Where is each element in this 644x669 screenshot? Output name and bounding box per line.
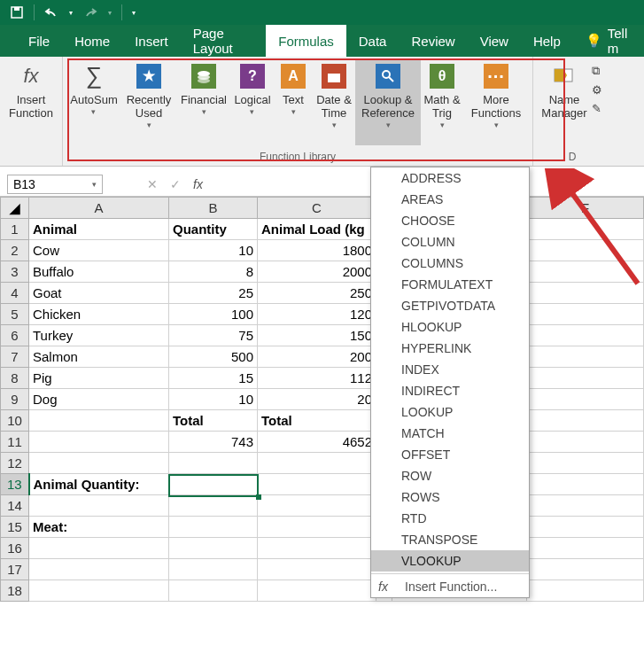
menu-item-indirect[interactable]: INDIRECT [371,380,529,401]
lookup-reference-button[interactable]: Lookup & Reference▾ [355,58,421,145]
calendar-icon [320,62,348,90]
ribbon: fx Insert Function ∑ AutoSum▾ ★ Recently… [0,57,644,167]
tab-file[interactable]: File [16,25,62,57]
text-button[interactable]: A Text▾ [274,58,313,145]
menu-item-column[interactable]: COLUMN [371,231,529,253]
menu-item-hlookup[interactable]: HLOOKUP [371,316,529,338]
menu-item-columns[interactable]: COLUMNS [371,253,529,274]
theta-icon: θ [428,62,456,90]
formula-bar: B13▾ ✕ ✓ fx [0,172,644,197]
select-all-corner[interactable]: ◢ [1,198,29,219]
more-functions-button[interactable]: ··· More Functions▾ [463,58,529,145]
undo-icon[interactable] [42,3,61,22]
tab-home[interactable]: Home [62,25,122,57]
menu-item-rtd[interactable]: RTD [371,508,529,529]
insert-function-button[interactable]: fx Insert Function [4,58,58,145]
fx-icon[interactable]: fx [193,177,203,191]
quick-access-toolbar: ▾ ▾ ▾ [0,0,644,25]
col-header[interactable]: B [169,198,258,219]
sigma-icon: ∑ [80,62,108,90]
col-header[interactable]: F [527,198,644,219]
name-manager-button[interactable]: Name Manager [537,58,592,145]
lookup-reference-menu: ADDRESSAREASCHOOSECOLUMNCOLUMNSFORMULATE… [370,167,530,598]
enter-icon[interactable]: ✓ [170,177,181,191]
col-header[interactable]: C [258,198,376,219]
star-icon: ★ [135,62,163,90]
menu-item-offset[interactable]: OFFSET [371,444,529,465]
question-icon: ? [238,62,267,90]
menu-item-index[interactable]: INDEX [371,359,529,380]
col-header[interactable]: A [29,198,169,219]
autosum-button[interactable]: ∑ AutoSum▾ [66,58,121,145]
menu-item-lookup[interactable]: LOOKUP [371,401,529,423]
menu-item-hyperlink[interactable]: HYPERLINK [371,338,529,359]
menu-item-transpose[interactable]: TRANSPOSE [371,529,529,550]
tag-icon [550,62,578,90]
tab-help[interactable]: Help [521,25,573,57]
fx-icon: fx [17,62,45,90]
redo-dropdown-icon[interactable]: ▾ [105,3,114,22]
svg-rect-1 [14,7,19,11]
redo-icon[interactable] [81,3,100,22]
recently-used-button[interactable]: ★ Recently Used▾ [121,58,176,145]
ribbon-tabs: File Home Insert Page Layout Formulas Da… [0,25,644,57]
menu-item-insert-function[interactable]: fxInsert Function... [371,576,529,597]
menu-item-formulatext[interactable]: FORMULATEXT [371,274,529,295]
coins-icon [190,62,218,90]
function-library-label: Function Library [66,149,529,166]
menu-item-getpivotdata[interactable]: GETPIVOTDATA [371,295,529,316]
menu-item-row[interactable]: ROW [371,465,529,486]
menu-item-areas[interactable]: AREAS [371,189,529,210]
qat-customize-icon[interactable]: ▾ [129,3,138,22]
tab-page-layout[interactable]: Page Layout [181,25,267,57]
svg-line-8 [389,77,393,82]
math-trig-button[interactable]: θ Math & Trig▾ [421,58,463,145]
menu-item-match[interactable]: MATCH [371,423,529,444]
menu-item-choose[interactable]: CHOOSE [371,210,529,231]
name-box[interactable]: B13▾ [7,175,103,194]
fx-icon: fx [378,580,394,594]
magnifier-icon [374,62,402,90]
tab-formulas[interactable]: Formulas [266,25,346,57]
svg-rect-6 [328,71,340,74]
cancel-icon[interactable]: ✕ [147,177,158,191]
fill-handle[interactable] [256,494,261,500]
svg-point-7 [383,71,390,78]
tab-insert[interactable]: Insert [122,25,181,57]
financial-button[interactable]: Financial▾ [176,58,231,145]
letter-a-icon: A [279,62,307,90]
logical-button[interactable]: ? Logical▾ [231,58,274,145]
tell-me[interactable]: 💡Tell m [573,25,644,57]
ellipsis-icon: ··· [482,62,510,90]
svg-point-4 [198,78,210,83]
lightbulb-icon: 💡 [586,33,602,49]
tab-data[interactable]: Data [346,25,400,57]
undo-dropdown-icon[interactable]: ▾ [66,3,75,22]
menu-item-vlookup[interactable]: VLOOKUP [371,550,529,572]
worksheet-grid[interactable]: ◢ A B C D E F 1AnimalQuantityAnimal Load… [0,197,644,602]
tab-view[interactable]: View [468,25,521,57]
tab-review[interactable]: Review [399,25,467,57]
menu-item-address[interactable]: ADDRESS [371,167,529,189]
date-time-button[interactable]: Date & Time▾ [313,58,355,145]
save-icon[interactable] [7,3,27,22]
menu-item-rows[interactable]: ROWS [371,486,529,508]
